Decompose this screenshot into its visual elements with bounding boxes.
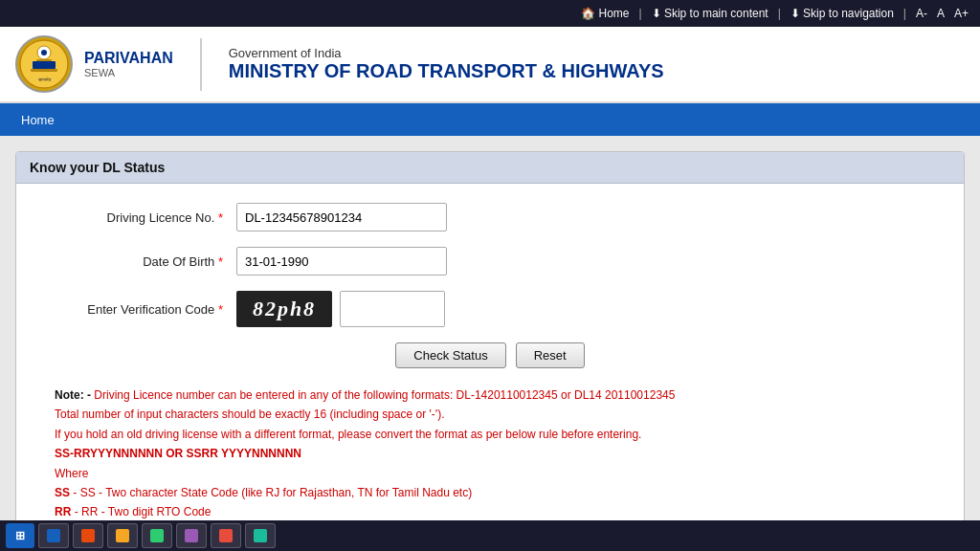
taskbar-icon-5 bbox=[185, 529, 198, 542]
taskbar-item-6[interactable] bbox=[211, 523, 241, 548]
taskbar-item-3[interactable] bbox=[107, 523, 138, 548]
header-divider bbox=[200, 38, 202, 91]
ss-label: SS bbox=[55, 486, 70, 499]
taskbar-item-2[interactable] bbox=[73, 523, 103, 548]
rr-desc: - RR - Two digit RTO Code bbox=[71, 505, 211, 518]
card-body: Driving Licence No. * Date Of Birth * En… bbox=[16, 184, 964, 551]
skip-main-link[interactable]: ⬇ Skip to main content bbox=[652, 7, 768, 20]
note-line1: Driving Licence number can be entered in… bbox=[94, 388, 675, 402]
notes-section: Note: - Driving Licence number can be en… bbox=[45, 386, 935, 541]
captcha-label: Enter Verification Code * bbox=[45, 302, 236, 317]
site-header: सत्यमेव PARIVAHAN SEWA Government of Ind… bbox=[0, 27, 980, 103]
taskbar: ⊞ bbox=[0, 520, 980, 551]
brand-text: PARIVAHAN SEWA bbox=[84, 50, 173, 78]
government-label: Government of India bbox=[229, 46, 664, 60]
rr-label: RR bbox=[55, 505, 71, 518]
dob-form-row: Date Of Birth * bbox=[45, 247, 935, 276]
navigation-bar: Home bbox=[0, 103, 980, 136]
taskbar-item-5[interactable] bbox=[176, 523, 207, 548]
ministry-label: MINISTRY OF ROAD TRANSPORT & HIGHWAYS bbox=[229, 60, 664, 82]
dl-input[interactable] bbox=[236, 203, 447, 231]
card-title: Know your DL Status bbox=[16, 152, 964, 184]
font-increase-button[interactable]: A+ bbox=[954, 7, 969, 20]
note-line2: Total number of input characters should … bbox=[55, 408, 444, 421]
taskbar-icon-3 bbox=[116, 529, 129, 542]
government-logo: सत्यमेव bbox=[15, 35, 73, 93]
svg-rect-4 bbox=[33, 61, 56, 69]
brand-name: PARIVAHAN bbox=[84, 50, 173, 67]
captcha-area: 82ph8 bbox=[236, 291, 445, 327]
action-buttons: Check Status Reset bbox=[45, 342, 935, 368]
captcha-form-row: Enter Verification Code * 82ph8 bbox=[45, 291, 935, 327]
taskbar-icon-6 bbox=[219, 529, 233, 542]
svg-text:सत्यमेव: सत्यमेव bbox=[37, 77, 52, 82]
font-decrease-button[interactable]: A- bbox=[916, 7, 927, 20]
dl-label: Driving Licence No. * bbox=[45, 210, 236, 225]
home-link[interactable]: 🏠 Home bbox=[581, 7, 629, 20]
taskbar-item-7[interactable] bbox=[245, 523, 276, 548]
svg-point-2 bbox=[41, 50, 47, 55]
logo-area: सत्यमेव PARIVAHAN SEWA Government of Ind… bbox=[15, 35, 664, 93]
captcha-image: 82ph8 bbox=[236, 291, 332, 327]
ss-desc: - SS - Two character State Code (like RJ… bbox=[70, 486, 472, 499]
dl-status-card: Know your DL Status Driving Licence No. … bbox=[15, 151, 965, 551]
nav-home-link[interactable]: Home bbox=[11, 103, 64, 136]
dob-input[interactable] bbox=[236, 247, 447, 276]
font-normal-button[interactable]: A bbox=[937, 7, 945, 20]
ministry-text: Government of India MINISTRY OF ROAD TRA… bbox=[229, 46, 664, 82]
note-prefix: Note: - bbox=[55, 388, 91, 402]
skip-nav-link[interactable]: ⬇ Skip to navigation bbox=[791, 7, 894, 20]
taskbar-item-4[interactable] bbox=[142, 523, 172, 548]
taskbar-icon-7 bbox=[254, 529, 267, 542]
check-status-button[interactable]: Check Status bbox=[395, 342, 505, 368]
taskbar-icon-2 bbox=[81, 529, 95, 542]
accessibility-bar: 🏠 Home | ⬇ Skip to main content | ⬇ Skip… bbox=[0, 0, 980, 27]
taskbar-icon-4 bbox=[150, 529, 164, 542]
start-button[interactable]: ⊞ bbox=[6, 523, 34, 548]
svg-rect-5 bbox=[31, 69, 57, 72]
main-content: Know your DL Status Driving Licence No. … bbox=[0, 136, 980, 551]
dob-label: Date Of Birth * bbox=[45, 254, 236, 269]
captcha-input[interactable] bbox=[340, 291, 445, 327]
note-line3: If you hold an old driving license with … bbox=[55, 428, 641, 441]
format-line: SS-RRYYYNNNNNN OR SSRR YYYYNNNNNN bbox=[55, 447, 301, 460]
taskbar-item-1[interactable] bbox=[38, 523, 69, 548]
dl-form-row: Driving Licence No. * bbox=[45, 203, 935, 231]
where-label: Where bbox=[55, 467, 88, 480]
taskbar-icon-1 bbox=[47, 529, 60, 542]
brand-sub: SEWA bbox=[84, 67, 173, 78]
svg-rect-3 bbox=[36, 59, 52, 61]
reset-button[interactable]: Reset bbox=[516, 342, 585, 368]
